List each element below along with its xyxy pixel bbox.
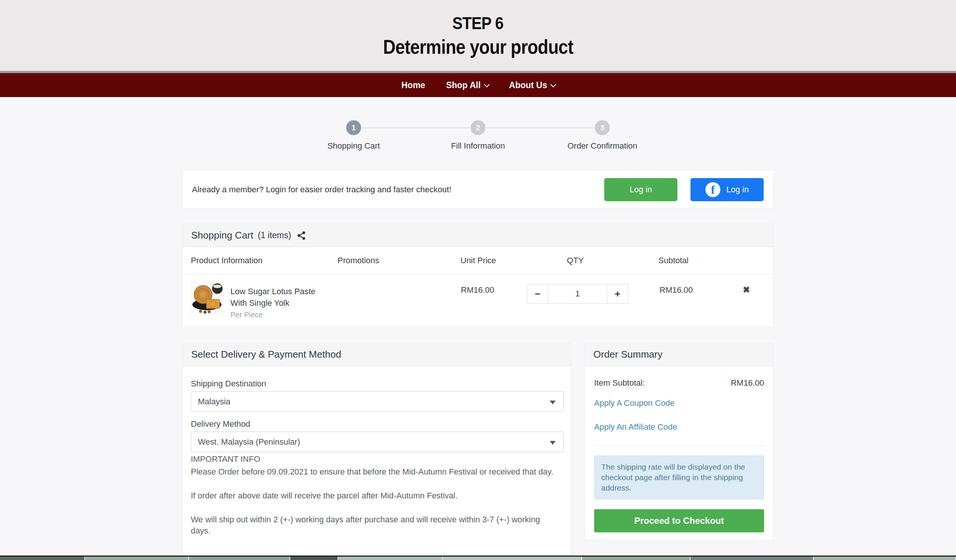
step-circle-1: 1 <box>346 120 361 135</box>
step-label-order-confirmation: Order Confirmation <box>567 141 637 151</box>
cart-table-header: Product Information Promotions Unit Pric… <box>183 247 773 275</box>
cart-items-count: (1 items) <box>258 231 291 240</box>
nav-shop-all-label: Shop All <box>446 80 481 90</box>
page-title: Determine your product <box>383 36 573 58</box>
chevron-down-icon <box>550 82 557 87</box>
login-button[interactable]: Log in <box>604 178 678 201</box>
cart-title: Shopping Cart <box>191 230 253 241</box>
facebook-icon: f <box>705 182 720 197</box>
order-summary-card: Order Summary Item Subtotal: RM16.00 App… <box>585 343 774 540</box>
delivery-method-select[interactable]: West. Malaysia (Peninsular) <box>191 431 563 452</box>
proceed-to-checkout-button[interactable]: Proceed to Checkout <box>594 509 764 532</box>
step-label-shopping-cart: Shopping Cart <box>327 141 380 151</box>
shopping-cart-header: Shopping Cart (1 items) <box>183 224 773 247</box>
column-subtotal: Subtotal <box>658 256 689 265</box>
product-variant: Per Piece <box>230 311 263 319</box>
nav-home-label: Home <box>401 80 425 90</box>
column-qty: QTY <box>567 256 584 265</box>
column-promotions: Promotions <box>338 256 379 265</box>
shopping-cart-card: Shopping Cart (1 items) Product Informat… <box>182 224 774 327</box>
order-summary-header: Order Summary <box>585 343 773 366</box>
cropped-bottom-strip <box>0 555 956 560</box>
column-product-information: Product Information <box>191 256 263 265</box>
delivery-card-title: Select Delivery & Payment Method <box>191 349 341 360</box>
subtotal-value: RM16.00 <box>659 285 693 295</box>
cart-item-row: Low Sugar Lotus Paste With Single Yolk P… <box>183 275 773 326</box>
order-summary-title: Order Summary <box>593 349 662 360</box>
delivery-method-value: West. Malaysia (Peninsular) <box>198 437 300 447</box>
qty-decrease-button[interactable]: − <box>527 284 548 304</box>
product-name-link[interactable]: Low Sugar Lotus Paste With Single Yolk <box>230 285 325 309</box>
apply-affiliate-link[interactable]: Apply An Affiliate Code <box>594 422 764 432</box>
nav-item-home[interactable]: Home <box>401 80 425 90</box>
chevron-down-icon <box>484 82 490 87</box>
qty-increase-button[interactable]: + <box>607 284 628 304</box>
important-info-title: IMPORTANT INFO <box>191 454 563 464</box>
step-number: 2 <box>476 124 480 132</box>
shipping-destination-value: Malaysia <box>198 397 230 406</box>
shipping-rate-note: The shipping rate will be displayed on t… <box>594 455 764 499</box>
important-info-paragraph: We will ship out within 2 (+-) working d… <box>191 514 561 536</box>
qty-input[interactable] <box>548 284 607 304</box>
step-number: 3 <box>600 124 604 132</box>
step-circle-2: 2 <box>470 120 486 135</box>
step-number: 1 <box>351 124 355 132</box>
remove-item-icon[interactable]: ✖ <box>743 285 750 295</box>
nav-item-about-us[interactable]: About Us <box>509 80 555 90</box>
page-hero: STEP 6 Determine your product <box>0 0 956 71</box>
step-label-fill-information: Fill Information <box>451 141 505 151</box>
login-banner: Already a member? Login for easier order… <box>182 170 774 209</box>
stepper-line <box>362 127 470 129</box>
checkout-stepper: 1 2 3 Shopping Cart Fill Information Ord… <box>291 120 665 152</box>
item-subtotal-label: Item Subtotal: <box>594 378 645 388</box>
item-subtotal-value: RM16.00 <box>731 378 764 388</box>
caret-down-icon <box>550 401 556 404</box>
shipping-destination-select[interactable]: Malaysia <box>191 391 563 412</box>
caret-down-icon <box>550 441 556 445</box>
delivery-payment-card: Select Delivery & Payment Method Shippin… <box>182 343 571 560</box>
item-subtotal-row: Item Subtotal: RM16.00 <box>594 378 764 388</box>
column-unit-price: Unit Price <box>461 256 496 265</box>
hero-step-text: STEP 6 <box>453 13 503 33</box>
delivery-method-label: Delivery Method <box>191 419 563 429</box>
important-info-paragraph: Please Order before 09.09.2021 to ensure… <box>191 466 561 477</box>
summary-divider <box>594 445 764 446</box>
facebook-login-label: Log in <box>726 185 749 195</box>
product-image[interactable] <box>190 281 224 314</box>
facebook-login-button[interactable]: f Log in <box>690 178 764 201</box>
unit-price-value: RM16.00 <box>461 285 494 295</box>
nav-about-us-label: About Us <box>509 80 547 90</box>
main-nav: Home Shop All About Us <box>0 73 956 97</box>
delivery-card-header: Select Delivery & Payment Method <box>183 343 571 366</box>
stepper-line <box>487 127 594 129</box>
important-info-paragraph: If order after above date will receive t… <box>191 490 561 501</box>
share-icon[interactable] <box>297 231 306 240</box>
shipping-destination-label: Shipping Destination <box>191 379 563 389</box>
nav-item-shop-all[interactable]: Shop All <box>446 80 488 90</box>
quantity-stepper: − + <box>527 284 628 304</box>
apply-coupon-link[interactable]: Apply A Coupon Code <box>594 398 764 408</box>
login-message: Already a member? Login for easier order… <box>192 185 604 195</box>
step-circle-3: 3 <box>595 120 610 135</box>
